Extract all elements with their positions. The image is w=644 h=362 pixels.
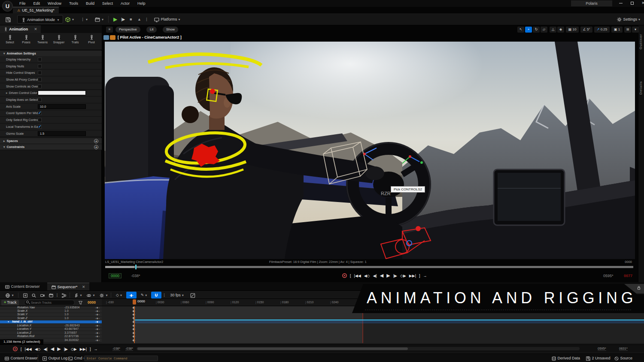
search-tracks-input[interactable] <box>24 300 75 305</box>
menu-edit[interactable]: Edit <box>30 0 44 7</box>
menu-actor[interactable]: Actor <box>117 0 134 7</box>
menu-select[interactable]: Select <box>98 0 117 7</box>
range-start-display[interactable]: -038* <box>131 274 140 278</box>
find-in-browser-button[interactable] <box>30 292 38 299</box>
viewport[interactable]: RZR <box>102 25 638 282</box>
view-options-dropdown[interactable]: ▾ <box>85 292 96 299</box>
blueprints-dropdown[interactable]: ⋮▾ <box>78 15 90 24</box>
camera-cut-scrubber[interactable] <box>105 266 633 268</box>
create-camera-button[interactable] <box>39 292 46 299</box>
menu-build[interactable]: Build <box>82 0 98 7</box>
checkbox[interactable] <box>38 64 42 68</box>
tool-tweens[interactable]: Tweens <box>35 35 50 50</box>
play-options-dots[interactable]: ⋮ <box>142 15 151 24</box>
actions-dropdown[interactable]: ▾ <box>72 292 83 299</box>
menu-window[interactable]: Window <box>44 0 65 7</box>
gizmo-scale-input[interactable]: 1.5 <box>38 131 86 136</box>
fps-dropdown[interactable]: 30 fps▾ <box>167 292 186 299</box>
edit-mode-dropdown[interactable]: ✎▾ <box>138 292 149 299</box>
show-pill[interactable]: Show <box>163 27 178 33</box>
section-constraints[interactable]: ▾Constraints+ <box>0 144 102 150</box>
tool-snapper[interactable]: Snapper <box>52 35 66 50</box>
editor-mode-dropdown[interactable]: Animation Mode ▾ <box>17 15 63 24</box>
jump-front-button[interactable]: [ <box>350 274 351 278</box>
tab-outliner[interactable]: Outliner <box>639 34 643 49</box>
track-row[interactable]: Scale.Z1.0‹◆› <box>0 317 102 320</box>
checkbox[interactable] <box>38 111 42 115</box>
cinematics-dropdown[interactable]: ▾ <box>92 15 106 24</box>
track-row[interactable]: Rotation.Roll22.872736‹◆› <box>0 335 102 339</box>
playhead-handle[interactable] <box>133 299 136 305</box>
menu-help[interactable]: Help <box>134 0 149 7</box>
add-actor-dropdown[interactable]: ▾ <box>62 15 76 24</box>
jump-start-button[interactable]: |◀◀ <box>25 347 32 351</box>
close-icon[interactable]: ✕ <box>82 285 85 289</box>
next-key-button[interactable]: ◇▶ <box>400 274 406 278</box>
jump-back-button[interactable]: ] <box>419 274 420 278</box>
surface-snap-tool[interactable]: △ <box>550 27 556 33</box>
add-track-button[interactable]: +Track <box>1 300 19 305</box>
asset-tab[interactable]: ⚠UE_51_Marketing* <box>13 7 59 13</box>
loop-mode-button[interactable]: → <box>423 274 427 278</box>
derived-data-button[interactable]: Derived Data <box>549 355 583 362</box>
record-button[interactable] <box>13 347 18 351</box>
keyframe-options-dropdown[interactable]: ◇▾ <box>113 292 125 299</box>
tool-poses[interactable]: Poses <box>19 35 33 50</box>
play-button[interactable]: ▶ <box>57 346 61 352</box>
step-back-button[interactable]: ◀| <box>373 274 377 278</box>
save-button[interactable] <box>3 15 14 24</box>
add-space-button[interactable]: + <box>94 139 98 143</box>
jump-end-button[interactable]: ▶▶| <box>409 274 416 278</box>
track-row[interactable]: Location.Y43.667847‹◆› <box>0 328 102 332</box>
view-range-start[interactable]: -038* <box>125 347 133 351</box>
console-command-input[interactable] <box>84 356 158 361</box>
checkbox[interactable] <box>38 84 42 88</box>
color-swatch[interactable] <box>38 90 86 95</box>
checkbox[interactable] <box>38 57 42 61</box>
snap-options-dots[interactable]: ⋮ <box>162 292 166 299</box>
close-button[interactable]: ✕ <box>638 0 644 6</box>
step-back-button[interactable]: ◀| <box>44 347 48 351</box>
record-button[interactable] <box>342 273 347 278</box>
tool-select[interactable]: Select <box>3 35 17 50</box>
platforms-dropdown[interactable]: Platforms▾ <box>151 15 183 24</box>
jump-front-button[interactable]: [ <box>21 347 22 351</box>
tab-details[interactable]: Details <box>639 81 643 94</box>
step-forward-button[interactable]: |▶ <box>64 347 68 351</box>
viewport-layout-dropdown[interactable]: ▾ <box>632 27 639 33</box>
expander-icon[interactable]: ▸ <box>6 91 8 95</box>
tab-animation[interactable]: Animation✕ <box>0 25 41 33</box>
maximize-viewport-button[interactable]: ⊞ <box>624 27 631 33</box>
checkbox[interactable] <box>38 78 42 81</box>
angle-snap-button[interactable]: ∠ 5° <box>580 27 592 33</box>
tool-trails[interactable]: Trails <box>68 35 82 50</box>
menu-tools[interactable]: Tools <box>65 0 82 7</box>
axis-scale-input[interactable]: 10.0 <box>38 104 86 109</box>
stop-button[interactable]: ■ <box>127 15 134 24</box>
sequencer-time-display[interactable]: 0000 <box>88 300 96 305</box>
working-range-end[interactable]: 0631* <box>619 347 628 351</box>
play-button[interactable]: ▶ <box>386 273 390 278</box>
pilot-indicator[interactable]: [ Pilot Active - CineCameraActor2 ] <box>103 34 182 40</box>
next-key-button[interactable]: ◇▶ <box>71 347 77 351</box>
scrollbar-thumb[interactable] <box>137 347 408 350</box>
track-row[interactable]: Location.Z3.370657‹◆› <box>0 331 102 335</box>
lock-icon[interactable] <box>636 285 641 290</box>
rotate-tool[interactable]: ↻ <box>533 27 540 33</box>
jump-start-button[interactable]: |◀◀ <box>354 274 361 278</box>
section-animation-settings[interactable]: ▾Animation Settings <box>0 51 102 56</box>
jump-back-button[interactable]: ] <box>90 347 91 351</box>
track-row-selected[interactable]: ▾hand_l_ik_ctrl‹◆› <box>0 320 102 324</box>
camera-speed-button[interactable]: ▣ 1 <box>611 27 623 33</box>
menu-file[interactable]: File <box>15 0 30 7</box>
render-options-dots[interactable]: ⋮ <box>55 292 59 299</box>
render-movie-button[interactable] <box>47 292 55 299</box>
tab-sequencer[interactable]: Sequencer* ✕ <box>47 283 89 290</box>
minimize-button[interactable] <box>616 0 626 6</box>
prev-key-button[interactable]: ◀◇ <box>364 274 370 278</box>
curve-editor-button[interactable] <box>189 292 197 299</box>
checkbox[interactable] <box>38 125 42 129</box>
checkbox[interactable] <box>38 71 42 75</box>
current-frame-display[interactable]: 0000 <box>109 273 122 278</box>
maximize-button[interactable] <box>627 0 637 6</box>
